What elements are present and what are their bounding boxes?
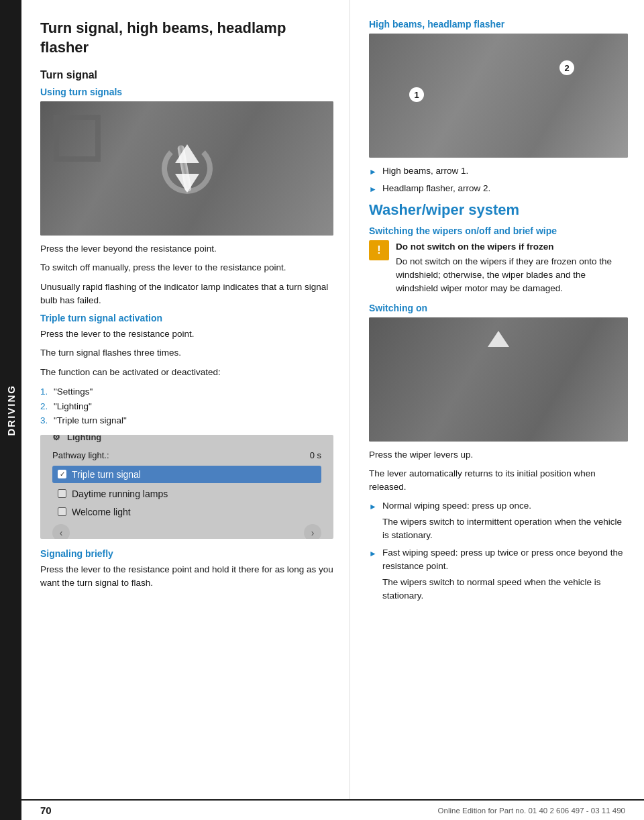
body-text-1: Press the lever beyond the resistance po… xyxy=(40,242,333,256)
turn-signal-section-title: Turn signal xyxy=(40,69,333,81)
nav-left-button[interactable]: ‹ xyxy=(52,524,70,539)
switching-on-text-2: The lever automatically returns to its i… xyxy=(369,467,628,495)
lighting-label: Lighting xyxy=(67,435,101,442)
list-item-3: 3. "Triple turn signal" xyxy=(40,413,333,428)
arrow-overlay xyxy=(175,144,199,193)
list-num-3: 3. xyxy=(40,413,48,428)
footer-text: Online Edition for Part no. 01 40 2 606 … xyxy=(438,807,625,815)
hb-bg xyxy=(369,34,628,158)
hb-number-2: 2 xyxy=(559,60,574,75)
lighting-item-welcome[interactable]: Welcome light xyxy=(52,504,321,520)
triple-text-2: The turn signal flashes three times. xyxy=(40,346,333,360)
triple-text-1: Press the lever to the resistance point. xyxy=(40,327,333,341)
using-turn-signals-subtitle: Using turn signals xyxy=(40,87,333,97)
lever-sim xyxy=(177,145,192,193)
list-text-2: "Lighting" xyxy=(52,401,92,411)
page-footer: 70 Online Edition for Part no. 01 40 2 6… xyxy=(21,799,644,820)
left-column: Turn signal, high beams, headlamp flashe… xyxy=(21,0,350,799)
wiper-bullet-2-content: Fast wiping speed: press up twice or pre… xyxy=(382,546,628,603)
list-num-1: 1. xyxy=(40,385,48,399)
side-driving-tab: Driving xyxy=(0,0,21,820)
lighting-items: ✓ Triple turn signal Daytime running lam… xyxy=(52,466,321,520)
high-beams-subtitle: High beams, headlamp flasher xyxy=(369,19,628,30)
checkbox-welcome xyxy=(58,507,66,516)
switching-wipers-subtitle: Switching the wipers on/off and brief wi… xyxy=(369,225,628,236)
main-columns: Turn signal, high beams, headlamp flashe… xyxy=(21,0,644,799)
wiper-bullet-1: ► Normal wiping speed: press up once. Th… xyxy=(369,499,628,542)
wiper-bullet-arrow-1: ► xyxy=(369,501,377,542)
bullet-high-beams-1: ► High beams, arrow 1. xyxy=(369,164,628,178)
bullet-high-beams-2: ► Headlamp flasher, arrow 2. xyxy=(369,182,628,195)
list-item-2: 2. "Lighting" xyxy=(40,399,333,414)
turn-signal-image xyxy=(40,101,333,236)
wiper-bullet-2-label: Fast wiping speed: press up twice or pre… xyxy=(382,546,628,574)
wiper-bullet-2: ► Fast wiping speed: press up twice or p… xyxy=(369,546,628,603)
checkbox-triple: ✓ xyxy=(58,470,66,478)
lighting-item-daytime[interactable]: Daytime running lamps xyxy=(52,486,321,502)
list-item-1: 1. "Settings" xyxy=(40,385,333,399)
lighting-item-triple[interactable]: ✓ Triple turn signal xyxy=(52,466,321,483)
bullet-high-beams-text-2: Headlamp flasher, arrow 2. xyxy=(382,182,490,195)
numbered-list: 1. "Settings" 2. "Lighting" 3. "Triple t… xyxy=(40,385,333,428)
wiper-image xyxy=(369,317,628,442)
nav-right-button[interactable]: › xyxy=(304,524,321,539)
signaling-text: Press the lever to the resistance point … xyxy=(40,563,333,591)
hb-number-1: 1 xyxy=(409,87,424,102)
switching-on-text-1: Press the wiper levers up. xyxy=(369,448,628,462)
wiper-bullet-1-sub: The wipers switch to intermittent operat… xyxy=(382,515,628,543)
high-beams-bullets: ► High beams, arrow 1. ► Headlamp flashe… xyxy=(369,164,628,196)
wiper-bullet-1-content: Normal wiping speed: press up once. The … xyxy=(382,499,628,542)
wiper-bullet-2-sub: The wipers switch to normal speed when t… xyxy=(382,576,628,603)
bullet-arrow-icon-2: ► xyxy=(369,183,377,195)
triple-turn-signal-subtitle: Triple turn signal activation xyxy=(40,313,333,323)
signaling-briefly-subtitle: Signaling briefly xyxy=(40,548,333,559)
warning-title: Do not switch on the wipers if frozen xyxy=(396,240,628,254)
warning-body: Do not switch on the wipers if they are … xyxy=(396,255,628,296)
wiper-bullet-1-label: Normal wiping speed: press up once. xyxy=(382,499,628,513)
steering-wheel-left xyxy=(54,115,101,162)
list-num-2: 2. xyxy=(40,399,48,414)
lighting-ui-image: ⚙ Lighting Pathway light.: 0 s ✓ xyxy=(40,435,333,539)
pathway-value: 0 s xyxy=(310,450,321,460)
pathway-light-row: Pathway light.: 0 s xyxy=(52,449,321,462)
body-text-2: To switch off manually, press the lever … xyxy=(40,261,333,274)
arrow-up-icon xyxy=(175,144,199,163)
warning-icon: ! xyxy=(369,240,389,260)
gear-icon: ⚙ xyxy=(52,435,60,442)
lighting-item-welcome-label: Welcome light xyxy=(72,507,131,517)
wiper-bullets: ► Normal wiping speed: press up once. Th… xyxy=(369,499,628,603)
page-container: Driving Turn signal, high beams, headlam… xyxy=(0,0,644,820)
lighting-ui-title: ⚙ Lighting xyxy=(52,435,321,442)
wiper-up-arrow-icon xyxy=(488,331,509,347)
warning-box: ! Do not switch on the wipers if frozen … xyxy=(369,240,628,296)
body-text-3: Unusually rapid flashing of the indicato… xyxy=(40,280,333,308)
checkbox-daytime xyxy=(58,489,66,498)
warning-text-container: Do not switch on the wipers if frozen Do… xyxy=(396,240,628,296)
arrow-down-icon xyxy=(175,174,199,193)
triple-text-3: The function can be activated or deactiv… xyxy=(40,366,333,379)
content-area: Turn signal, high beams, headlamp flashe… xyxy=(21,0,644,820)
list-text-1: "Settings" xyxy=(52,387,93,397)
page-title: Turn signal, high beams, headlamp flashe… xyxy=(40,19,333,57)
switching-on-subtitle: Switching on xyxy=(369,303,628,313)
bullet-high-beams-text-1: High beams, arrow 1. xyxy=(382,164,468,178)
pathway-label: Pathway light.: xyxy=(52,450,109,460)
wiper-bullet-arrow-2: ► xyxy=(369,548,377,603)
bullet-arrow-icon-1: ► xyxy=(369,166,377,178)
nav-arrows: ‹ › xyxy=(52,524,321,539)
lighting-item-triple-label: Triple turn signal xyxy=(72,469,141,480)
right-column: High beams, headlamp flasher 1 2 ► High … xyxy=(350,0,644,799)
washer-wiper-section-title: Washer/wiper system xyxy=(369,201,628,219)
page-number: 70 xyxy=(40,805,52,816)
high-beams-image: 1 2 xyxy=(369,34,628,158)
lighting-ui-inner: ⚙ Lighting Pathway light.: 0 s ✓ xyxy=(40,435,333,539)
lighting-item-daytime-label: Daytime running lamps xyxy=(72,489,168,499)
side-tab-label: Driving xyxy=(5,385,17,436)
list-text-3: "Triple turn signal" xyxy=(52,415,127,425)
